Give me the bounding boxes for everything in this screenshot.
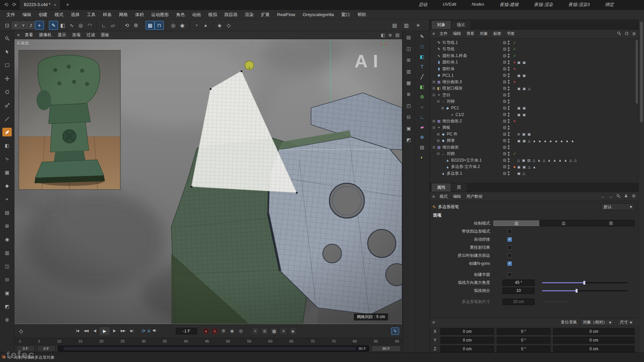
- layout-tab[interactable]: 启动: [419, 2, 427, 8]
- object-row[interactable]: ⊞▦细分曲面.2×: [430, 118, 639, 125]
- tab-takes[interactable]: 场次: [451, 21, 471, 29]
- panel-icon-9[interactable]: ▣: [407, 126, 411, 131]
- visibility-dots[interactable]: [508, 106, 509, 110]
- layer-chip[interactable]: [503, 126, 506, 129]
- object-row[interactable]: ✎引导线✓: [430, 46, 639, 53]
- object-row[interactable]: ◆PC1.1▣ ▣: [430, 72, 639, 79]
- expand-icon[interactable]: ⊟: [432, 93, 436, 97]
- object-row[interactable]: ✎引导线.1✓: [430, 40, 639, 46]
- prev-key-button[interactable]: ◀◀: [82, 327, 90, 335]
- tab-objects[interactable]: 对象: [432, 21, 451, 29]
- visibility-dots[interactable]: [508, 152, 509, 156]
- undo-icon[interactable]: ⟲: [3, 2, 9, 8]
- rotation-field[interactable]: 0 °: [497, 337, 550, 344]
- menubar-item[interactable]: 体积: [131, 12, 148, 18]
- expand-icon[interactable]: ⊟: [436, 152, 440, 156]
- axis-y-toggle[interactable]: Y: [20, 22, 27, 29]
- filter-list-icon[interactable]: ≣: [632, 31, 636, 36]
- enable-state-icon[interactable]: ×: [512, 60, 517, 64]
- object-label[interactable]: 圆柱体.1.样条: [442, 53, 467, 59]
- visibility-dots[interactable]: [508, 47, 509, 51]
- visibility-dots[interactable]: [508, 165, 509, 169]
- visibility-dots[interactable]: [508, 86, 509, 90]
- panel-menu-icon[interactable]: ≡: [432, 194, 437, 199]
- viewport-solo-icon[interactable]: ▥: [2, 248, 12, 257]
- object-row[interactable]: ⊟▦细分曲面: [430, 144, 639, 151]
- tag-icons[interactable]: ▣ ▣ △ ▲: [517, 165, 634, 169]
- viewport-menu-item[interactable]: 摄像机: [36, 32, 55, 38]
- axis-icon[interactable]: ∟: [420, 114, 424, 120]
- menubar-item[interactable]: 窗口: [337, 12, 354, 18]
- spline-pen-icon[interactable]: ∿: [67, 21, 76, 30]
- menubar-item[interactable]: 跟踪器: [221, 12, 241, 18]
- menubar-item[interactable]: 角色: [172, 12, 189, 18]
- layer-chip[interactable]: [503, 41, 506, 44]
- layout-tab[interactable]: Nodes: [472, 2, 484, 8]
- record-position-icon[interactable]: ◉: [229, 328, 235, 335]
- object-label[interactable]: 细分曲面: [442, 144, 459, 150]
- visibility-dots[interactable]: [508, 132, 509, 136]
- menubar-item[interactable]: 模拟: [205, 12, 221, 18]
- attribute-menu-item[interactable]: 模式: [437, 194, 450, 199]
- paint-icon[interactable]: ◕: [201, 21, 210, 30]
- visibility-dots[interactable]: [508, 67, 509, 71]
- panel-icon-3[interactable]: ⊞: [407, 57, 411, 63]
- layout-tab[interactable]: 夜猫-渲染3: [568, 2, 590, 8]
- expand-icon[interactable]: ⊞: [440, 106, 445, 110]
- coordinate-system-icon[interactable]: ⌖: [35, 21, 44, 30]
- object-label[interactable]: PC1: [450, 106, 459, 110]
- tag-icons[interactable]: ▣ ▣ △ ▲ ▲ ▲ ▲ ▲ ▲ ▲ ▲: [517, 139, 634, 143]
- scale-tool-icon[interactable]: [2, 101, 12, 110]
- object-label[interactable]: 脚板: [442, 125, 450, 130]
- checkbox[interactable]: [507, 261, 512, 266]
- visibility-dots[interactable]: [508, 60, 509, 64]
- window-scrollbar[interactable]: [639, 20, 644, 352]
- layer-chip[interactable]: [503, 113, 506, 116]
- viewport-menu-item[interactable]: 过滤: [84, 32, 98, 38]
- menubar-item[interactable]: 选择: [67, 12, 83, 18]
- draw-mode-edge[interactable]: 边: [540, 220, 587, 227]
- home-icon[interactable]: [625, 31, 629, 37]
- sphere-icon[interactable]: ○: [421, 104, 423, 110]
- visibility-dots[interactable]: [508, 139, 509, 143]
- layout-tab[interactable]: 绑定: [605, 2, 614, 8]
- checkbox[interactable]: [507, 229, 512, 234]
- history-back-icon[interactable]: ←: [601, 194, 605, 199]
- viewport-canvas[interactable]: 右视图 AI 网格间距 : 5 cm: [14, 39, 402, 324]
- keyframe-settings-icon[interactable]: ⚙: [220, 328, 227, 335]
- object-row[interactable]: ∿圆柱体.1.样条✓: [430, 53, 639, 59]
- tweak-mode-icon[interactable]: ◫: [2, 262, 12, 270]
- search-icon[interactable]: [617, 31, 621, 37]
- menubar-item[interactable]: 运动图形: [148, 12, 172, 18]
- tab-attributes[interactable]: 属性: [432, 183, 451, 192]
- new-tab-button[interactable]: +: [63, 2, 72, 8]
- object-row[interactable]: ⊞◆脚掌▣ ▣ △ ▲ ▲ ▲ ▲ ▲ ▲ ▲ ▲: [430, 137, 639, 144]
- rotation-field[interactable]: 0 °: [497, 346, 550, 352]
- material-manager-icon[interactable]: ◈: [215, 21, 224, 30]
- size-field[interactable]: 0 cm: [553, 328, 635, 335]
- polygon-pen-tool-icon[interactable]: ✎: [49, 21, 58, 30]
- visibility-dots[interactable]: [508, 73, 509, 77]
- grid-options-icon[interactable]: ▦: [270, 327, 278, 335]
- menubar-item[interactable]: 模式: [51, 12, 67, 18]
- attribute-menu-item[interactable]: 用户数据: [464, 194, 485, 199]
- expand-icon[interactable]: ⊞: [432, 86, 436, 90]
- range-slider[interactable]: 90 F: [58, 346, 369, 352]
- locked-workplane-icon[interactable]: ▣: [2, 289, 12, 297]
- panel-icon-5[interactable]: ▦: [407, 80, 411, 85]
- layer-chip[interactable]: [503, 94, 506, 97]
- expand-icon[interactable]: ⊟: [436, 100, 440, 103]
- layer-chip[interactable]: [503, 74, 506, 77]
- exclude-icon[interactable]: ⊘: [261, 327, 268, 335]
- viewport-menu-item[interactable]: 显示: [55, 32, 69, 38]
- go-start-button[interactable]: |◀: [73, 327, 82, 335]
- layer-chip[interactable]: [503, 152, 506, 155]
- draw-mode-point[interactable]: 点: [493, 220, 540, 227]
- expand-icon[interactable]: ⊟: [432, 145, 436, 149]
- menubar-item[interactable]: 动画: [189, 12, 205, 18]
- enable-state-icon[interactable]: ✓: [512, 47, 517, 51]
- layer-chip[interactable]: [503, 172, 506, 175]
- gear-icon[interactable]: [632, 194, 636, 199]
- object-label[interactable]: B22/23+立方体.1: [450, 158, 482, 163]
- reset-transform-button[interactable]: 复位变换: [561, 319, 577, 325]
